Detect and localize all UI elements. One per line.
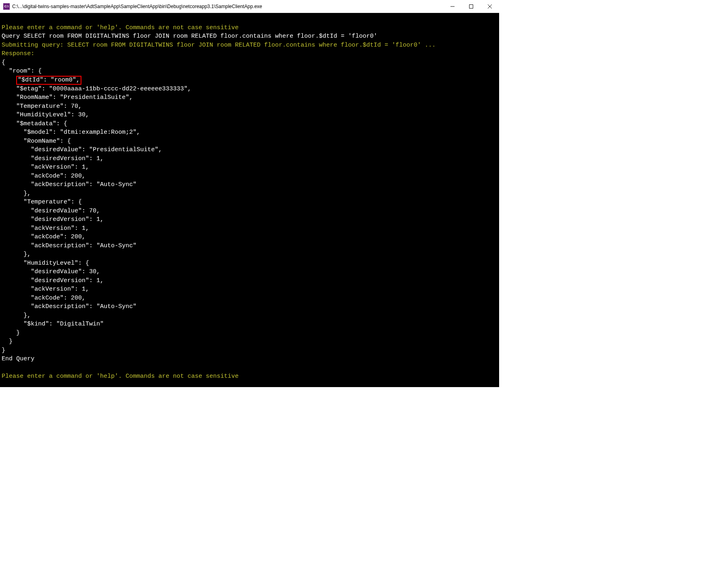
submitting-line: Submitting query: SELECT room FROM DIGIT… <box>2 42 436 49</box>
svg-rect-1 <box>470 4 473 8</box>
title-bar: C:\ C:\...\digital-twins-samples-master\… <box>0 0 499 13</box>
app-icon-label: C:\ <box>4 4 9 8</box>
console-output[interactable]: Please enter a command or 'help'. Comman… <box>0 13 499 387</box>
console-prompt: Please enter a command or 'help'. Comman… <box>2 24 239 31</box>
dtid-line-prefix <box>2 77 16 83</box>
json-body: "$etag": "0000aaaa-11bb-cccc-dd22-eeeeee… <box>2 86 191 354</box>
room-open: "room": { <box>2 68 42 75</box>
window-title: C:\...\digital-twins-samples-master\AdtS… <box>12 4 443 9</box>
window-controls <box>443 0 499 13</box>
maximize-button[interactable] <box>462 0 480 13</box>
minimize-button[interactable] <box>443 0 462 13</box>
highlighted-dtid: "$dtId": "room0", <box>16 76 81 85</box>
response-label: Response: <box>2 50 34 57</box>
end-query: End Query <box>2 355 34 362</box>
close-button[interactable] <box>480 0 499 13</box>
json-open-brace: { <box>2 59 5 66</box>
console-prompt-2: Please enter a command or 'help'. Comman… <box>2 373 239 380</box>
app-icon: C:\ <box>3 3 10 10</box>
query-line: Query SELECT room FROM DIGITALTWINS floo… <box>2 33 377 40</box>
